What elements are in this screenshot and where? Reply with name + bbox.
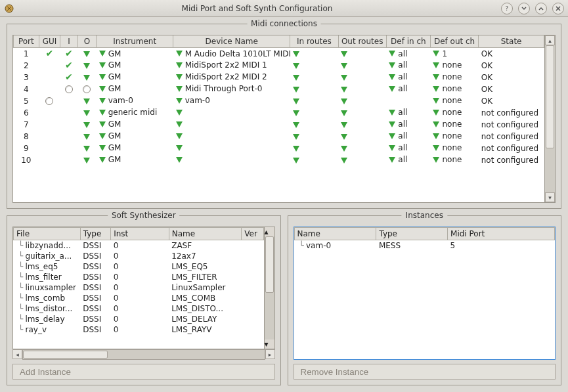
dropdown-icon[interactable] bbox=[99, 145, 106, 151]
synth-vscrollbar[interactable]: ▴ ▾ bbox=[265, 227, 275, 349]
dropdown-icon[interactable] bbox=[293, 51, 299, 57]
dropdown-icon[interactable] bbox=[99, 121, 106, 127]
def-in-ch-cell[interactable] bbox=[386, 95, 430, 107]
def-out-ch-cell[interactable]: none bbox=[430, 72, 478, 83]
col-itype[interactable]: Type bbox=[376, 228, 448, 240]
dropdown-icon[interactable] bbox=[293, 146, 299, 152]
in-routes-cell[interactable] bbox=[290, 107, 338, 119]
output-cell[interactable] bbox=[77, 131, 96, 142]
device-cell[interactable] bbox=[173, 119, 290, 131]
synth-list-viewport[interactable]: File Type Inst Name Ver └libzynadd...DSS… bbox=[12, 227, 265, 349]
input-cell[interactable] bbox=[60, 83, 77, 95]
in-routes-cell[interactable] bbox=[290, 83, 338, 95]
input-cell[interactable]: ✔ bbox=[60, 60, 77, 72]
gui-cell[interactable] bbox=[39, 131, 60, 142]
def-in-ch-cell[interactable]: all bbox=[386, 83, 430, 95]
table-row[interactable]: 6 generic midi all nonenot configured bbox=[14, 107, 544, 119]
table-row[interactable]: 8 GM all nonenot configured bbox=[14, 131, 544, 142]
table-row[interactable]: 7 GM all nonenot configured bbox=[14, 119, 544, 131]
gui-cell[interactable] bbox=[39, 60, 60, 72]
device-cell[interactable] bbox=[173, 107, 290, 119]
output-cell[interactable] bbox=[77, 60, 96, 72]
col-type[interactable]: Type bbox=[80, 228, 110, 240]
def-out-ch-cell[interactable]: none bbox=[430, 107, 478, 119]
minimize-button[interactable] bbox=[518, 3, 530, 14]
table-row[interactable]: 1✔✔ GM M Audio Delta 1010LT MIDI all 1OK bbox=[14, 48, 544, 60]
col-dev[interactable]: Device Name bbox=[173, 35, 290, 48]
gui-cell[interactable] bbox=[39, 119, 60, 131]
gui-cell[interactable] bbox=[39, 72, 60, 83]
out-routes-cell[interactable] bbox=[338, 95, 386, 107]
device-cell[interactable] bbox=[173, 154, 290, 166]
dropdown-icon[interactable] bbox=[293, 63, 299, 69]
def-in-ch-cell[interactable]: all bbox=[386, 60, 430, 72]
output-cell[interactable] bbox=[77, 107, 96, 119]
gui-cell[interactable] bbox=[39, 154, 60, 166]
dropdown-icon[interactable] bbox=[293, 122, 299, 128]
scroll-up-icon[interactable]: ▴ bbox=[545, 35, 555, 45]
in-routes-cell[interactable] bbox=[290, 72, 338, 83]
scroll-up-icon[interactable]: ▴ bbox=[265, 227, 274, 236]
dropdown-icon[interactable] bbox=[99, 74, 106, 80]
dropdown-icon[interactable] bbox=[433, 62, 439, 68]
col-inst[interactable]: Instrument bbox=[97, 35, 173, 48]
device-cell[interactable] bbox=[173, 131, 290, 142]
list-item[interactable]: └lms_filterDSSI0LMS_FILTER bbox=[14, 272, 264, 282]
dropdown-icon[interactable] bbox=[99, 62, 106, 68]
instrument-cell[interactable]: GM bbox=[97, 72, 173, 83]
dropdown-icon[interactable] bbox=[99, 98, 106, 104]
def-in-ch-cell[interactable]: all bbox=[386, 48, 430, 60]
synth-hscrollbar[interactable]: ◂ ▸ bbox=[12, 349, 275, 360]
dropdown-icon[interactable] bbox=[389, 74, 395, 80]
midi-vscrollbar[interactable]: ▴ ▾ bbox=[545, 35, 556, 203]
input-cell[interactable]: ✔ bbox=[60, 48, 77, 60]
dropdown-icon[interactable] bbox=[176, 121, 183, 127]
gui-cell[interactable] bbox=[39, 142, 60, 154]
instances-list-viewport[interactable]: Name Type Midi Port └vam-0MESS5 bbox=[294, 227, 556, 360]
def-out-ch-cell[interactable]: 1 bbox=[430, 48, 478, 60]
dropdown-icon[interactable] bbox=[341, 51, 347, 57]
instrument-cell[interactable]: generic midi bbox=[97, 107, 173, 119]
list-item[interactable]: └lms_distor...DSSI0LMS_DISTO... bbox=[14, 303, 264, 314]
out-routes-cell[interactable] bbox=[338, 107, 386, 119]
input-cell[interactable] bbox=[60, 142, 77, 154]
output-cell[interactable] bbox=[77, 95, 96, 107]
dropdown-icon[interactable] bbox=[176, 110, 183, 116]
radio-icon[interactable] bbox=[45, 97, 53, 105]
out-routes-cell[interactable] bbox=[338, 119, 386, 131]
input-cell[interactable] bbox=[60, 154, 77, 166]
dropdown-icon[interactable] bbox=[433, 121, 439, 127]
dropdown-icon[interactable] bbox=[389, 157, 395, 163]
list-item[interactable]: └lms_delayDSSI0LMS_DELAY bbox=[14, 314, 264, 324]
dropdown-icon[interactable] bbox=[389, 51, 395, 56]
input-cell[interactable] bbox=[60, 107, 77, 119]
dropdown-icon[interactable] bbox=[83, 110, 90, 116]
input-cell[interactable] bbox=[60, 119, 77, 131]
help-button[interactable]: ? bbox=[501, 3, 513, 14]
def-out-ch-cell[interactable]: none bbox=[430, 95, 478, 107]
output-cell[interactable] bbox=[77, 119, 96, 131]
list-item[interactable]: └guitarix_a...DSSI012ax7 bbox=[14, 251, 264, 261]
dropdown-icon[interactable] bbox=[341, 158, 347, 163]
def-in-ch-cell[interactable]: all bbox=[386, 72, 430, 83]
instrument-cell[interactable]: GM bbox=[97, 154, 173, 166]
dropdown-icon[interactable] bbox=[341, 146, 347, 152]
dropdown-icon[interactable] bbox=[341, 75, 347, 81]
def-in-ch-cell[interactable]: all bbox=[386, 131, 430, 142]
scroll-down-icon[interactable]: ▾ bbox=[545, 192, 555, 202]
instrument-cell[interactable]: GM bbox=[97, 142, 173, 154]
output-cell[interactable] bbox=[77, 48, 96, 60]
def-out-ch-cell[interactable]: none bbox=[430, 83, 478, 95]
list-item[interactable]: └lms_combDSSI0LMS_COMB bbox=[14, 293, 264, 303]
dropdown-icon[interactable] bbox=[176, 62, 183, 68]
instrument-cell[interactable]: GM bbox=[97, 131, 173, 142]
dropdown-icon[interactable] bbox=[83, 146, 90, 152]
dropdown-icon[interactable] bbox=[83, 63, 90, 69]
dropdown-icon[interactable] bbox=[433, 74, 439, 80]
col-inr[interactable]: In routes bbox=[290, 35, 338, 48]
dropdown-icon[interactable] bbox=[99, 86, 106, 92]
out-routes-cell[interactable] bbox=[338, 48, 386, 60]
dropdown-icon[interactable] bbox=[176, 74, 183, 80]
dropdown-icon[interactable] bbox=[176, 51, 183, 56]
instances-header-row[interactable]: Name Type Midi Port bbox=[294, 228, 555, 240]
